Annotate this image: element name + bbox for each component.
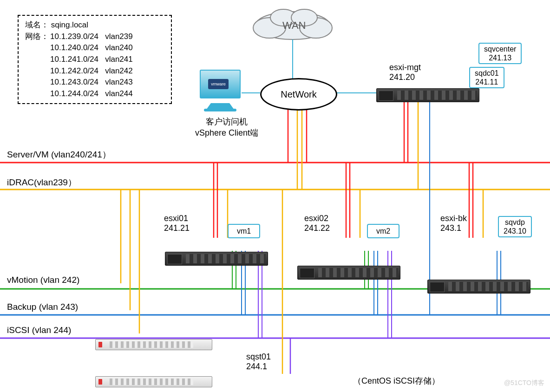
domain-label: 域名： — [25, 20, 49, 29]
vm2-tag: vm2 — [367, 224, 399, 238]
sqdc01-ip: 241.11 — [475, 78, 499, 86]
sqvcenter-name: sqvcenter — [484, 45, 516, 53]
esxi-bk-server — [427, 280, 530, 294]
esxi01-ip: 241.21 — [164, 223, 190, 233]
storage-ip: 244.1 — [246, 362, 271, 372]
network-node: NetWork — [260, 78, 337, 111]
esxi-bk-ip: 243.1 — [440, 223, 467, 233]
info-box: 域名： sqing.local 网络： 10.1.239.0/24 vlan23… — [18, 15, 172, 104]
esxi02-server — [297, 266, 400, 280]
esxi01-name: esxi01 — [164, 214, 190, 223]
sqvcenter-ip: 241.13 — [484, 53, 516, 62]
watermark: @51CTO博客 — [504, 379, 544, 387]
storage-name: sqst01 — [246, 352, 271, 362]
esxi01-server — [165, 252, 268, 266]
sqdc01-name: sqdc01 — [475, 69, 499, 78]
vlan-2: vlan241 — [105, 55, 133, 64]
esxi02-ip: 241.22 — [304, 223, 330, 233]
lane-vmotion: vMotion (vlan 242) — [7, 275, 79, 285]
vlan-5: vlan244 — [105, 89, 133, 98]
vlan-4: vlan243 — [105, 78, 133, 86]
sqvdp-name: sqvdp — [504, 218, 526, 227]
esxi-mgt-server — [376, 88, 479, 102]
vlan-3: vlan242 — [105, 66, 133, 75]
subnet-3: 10.1.242.0/24 — [50, 66, 98, 75]
esxi02-label: esxi02 241.22 — [304, 214, 330, 233]
subnet-0: 10.1.239.0/24 — [50, 32, 98, 41]
network-label: 网络： — [25, 31, 50, 100]
vm1-tag: vm1 — [228, 224, 260, 238]
esxi01-label: esxi01 241.21 — [164, 214, 190, 233]
storage-desc: （CentOS iSCSI存储） — [353, 375, 440, 386]
switch-backup — [95, 376, 212, 387]
lane-backup: Backup (vlan 243) — [7, 302, 78, 312]
vm-sqdc01: sqdc01 241.11 — [469, 67, 504, 88]
client-label: 客户访问机 vSphere Client端 — [195, 116, 258, 138]
svg-point-1 — [253, 18, 286, 38]
subnet-4: 10.1.243.0/24 — [50, 78, 98, 86]
domain-value: sqing.local — [51, 20, 88, 29]
subnet-1: 10.1.240.0/24 — [50, 43, 98, 52]
esxi-mgt-ip: 241.20 — [389, 72, 421, 82]
switch-vmotion — [95, 339, 212, 350]
client-monitor: vmware — [200, 70, 241, 98]
subnet-5: 10.1.244.0/24 — [50, 89, 98, 98]
storage-label: sqst01 244.1 — [246, 352, 271, 372]
wan-label: WAN — [282, 20, 306, 32]
vlan-1: vlan240 — [105, 43, 133, 52]
esxi-mgt-name: esxi-mgt — [389, 63, 421, 72]
lane-idrac: iDRAC(vlan239） — [7, 176, 77, 189]
lane-iscsi: iSCSI (vlan 244) — [7, 325, 71, 335]
esxi02-name: esxi02 — [304, 214, 330, 223]
vm-sqvcenter: sqvcenter 241.13 — [478, 43, 522, 64]
client-line1: 客户访问机 — [195, 116, 258, 127]
client-line2: vSphere Client端 — [195, 127, 258, 138]
subnet-2: 10.1.241.0/24 — [50, 55, 98, 64]
esxi-bk-label: esxi-bk 243.1 — [440, 214, 467, 233]
sqvdp-ip: 243.10 — [504, 227, 526, 235]
vlan-0: vlan239 — [105, 32, 133, 41]
lane-server-vm: Server/VM (vlan240/241） — [7, 149, 111, 161]
network-label: NetWork — [281, 89, 316, 100]
esxi-bk-name: esxi-bk — [440, 214, 467, 223]
esxi-mgt-label: esxi-mgt 241.20 — [389, 63, 421, 82]
vm-sqvdp: sqvdp 243.10 — [498, 216, 532, 237]
